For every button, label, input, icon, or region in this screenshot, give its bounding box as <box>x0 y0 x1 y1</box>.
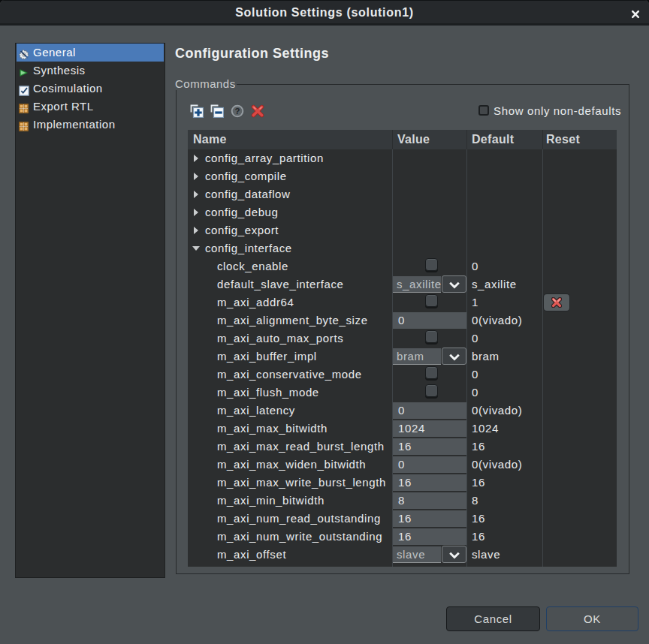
svg-text:?: ? <box>234 107 240 116</box>
